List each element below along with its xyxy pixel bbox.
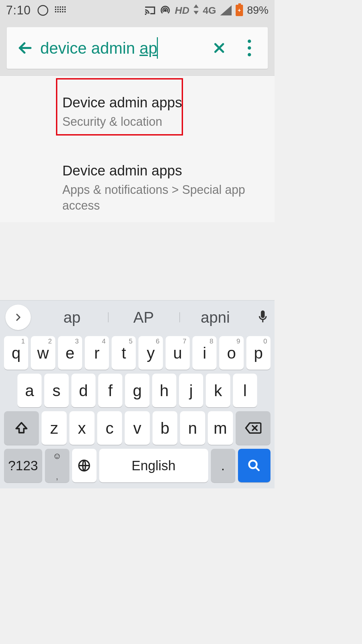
status-bar: 7:10 HD 4G + 89%: [0, 0, 275, 20]
status-time: 7:10: [6, 3, 31, 17]
search-icon: [247, 459, 261, 473]
key-f[interactable]: f: [98, 374, 122, 407]
key-o[interactable]: o9: [219, 336, 243, 370]
signal-icon: [220, 5, 232, 15]
clear-button[interactable]: [204, 41, 234, 55]
cast-icon: [144, 6, 156, 15]
suggestion-row: ap AP apni: [0, 301, 275, 334]
svg-point-1: [164, 9, 167, 12]
status-circle-icon: [38, 5, 48, 16]
text-caret: [157, 37, 158, 59]
svg-rect-4: [261, 311, 264, 318]
key-m[interactable]: m: [208, 411, 233, 445]
search-card: device admin ap: [7, 27, 268, 69]
language-key[interactable]: [72, 449, 97, 482]
back-button[interactable]: [10, 40, 40, 56]
search-input[interactable]: device admin ap: [40, 37, 204, 59]
key-z[interactable]: z: [42, 411, 67, 445]
hotspot-icon: [160, 5, 171, 16]
search-query-text: device admin ap: [40, 39, 158, 57]
backspace-key[interactable]: [236, 411, 270, 445]
globe-icon: [77, 459, 91, 473]
key-v[interactable]: v: [125, 411, 150, 445]
more-options-button[interactable]: [234, 40, 264, 56]
search-key[interactable]: [238, 449, 270, 482]
key-p[interactable]: p0: [246, 336, 270, 370]
key-h[interactable]: h: [152, 374, 176, 407]
key-n[interactable]: n: [180, 411, 205, 445]
search-bar-container: device admin ap: [0, 20, 275, 76]
key-c[interactable]: c: [97, 411, 122, 445]
key-s[interactable]: s: [44, 374, 68, 407]
key-row-3: zxcvbnm: [0, 409, 275, 447]
search-result[interactable]: Device admin apps Security & location: [0, 86, 275, 139]
network-type: 4G: [203, 5, 216, 16]
key-q[interactable]: q1: [4, 336, 28, 370]
expand-suggestions-button[interactable]: [5, 305, 31, 330]
voice-input-button[interactable]: [251, 309, 275, 325]
data-arrows-icon: [193, 3, 199, 17]
battery-percent: 89%: [247, 4, 268, 16]
svg-marker-2: [193, 4, 198, 8]
key-y[interactable]: y6: [138, 336, 163, 370]
result-subtitle: Apps & notifications > Special app acces…: [62, 182, 264, 214]
key-u[interactable]: u7: [166, 336, 190, 370]
comma-label: ,: [56, 471, 58, 482]
result-title: Device admin apps: [62, 163, 264, 179]
key-row-1: q1w2e3r4t5y6u7i8o9p0: [0, 334, 275, 372]
suggestion[interactable]: AP: [108, 308, 180, 326]
period-key[interactable]: .: [211, 449, 235, 482]
space-key[interactable]: English: [99, 449, 208, 482]
search-result[interactable]: Device admin apps Apps & notifications >…: [0, 154, 275, 222]
key-t[interactable]: t5: [112, 336, 136, 370]
key-d[interactable]: d: [71, 374, 96, 407]
key-x[interactable]: x: [69, 411, 95, 445]
key-b[interactable]: b: [153, 411, 178, 445]
search-results: Device admin apps Security & location De…: [0, 76, 275, 222]
soft-keyboard: ap AP apni q1w2e3r4t5y6u7i8o9p0 asdfghjk…: [0, 300, 275, 488]
key-r[interactable]: r4: [85, 336, 109, 370]
key-e[interactable]: e3: [58, 336, 82, 370]
smiley-icon: ☺: [53, 451, 62, 461]
svg-marker-3: [193, 11, 198, 14]
result-title: Device admin apps: [62, 95, 264, 111]
key-row-2: asdfghjkl: [0, 372, 275, 409]
symbols-key[interactable]: ?123: [4, 449, 42, 482]
key-i[interactable]: i8: [192, 336, 217, 370]
svg-point-0: [145, 13, 146, 14]
key-l[interactable]: l: [233, 374, 257, 407]
more-vert-icon: [248, 40, 251, 56]
result-subtitle: Security & location: [62, 114, 264, 130]
hd-icon: HD: [175, 5, 189, 16]
suggestion[interactable]: ap: [36, 308, 108, 326]
key-k[interactable]: k: [206, 374, 230, 407]
shift-key[interactable]: [4, 411, 39, 445]
battery-icon: +: [236, 5, 243, 16]
key-w[interactable]: w2: [31, 336, 55, 370]
suggestion[interactable]: apni: [179, 308, 251, 326]
key-j[interactable]: j: [179, 374, 203, 407]
keyboard-status-icon: [55, 6, 68, 14]
emoji-key[interactable]: ☺ ,: [45, 449, 69, 482]
key-g[interactable]: g: [125, 374, 149, 407]
key-a[interactable]: a: [17, 374, 42, 407]
key-row-4: ?123 ☺ , English .: [0, 447, 275, 484]
